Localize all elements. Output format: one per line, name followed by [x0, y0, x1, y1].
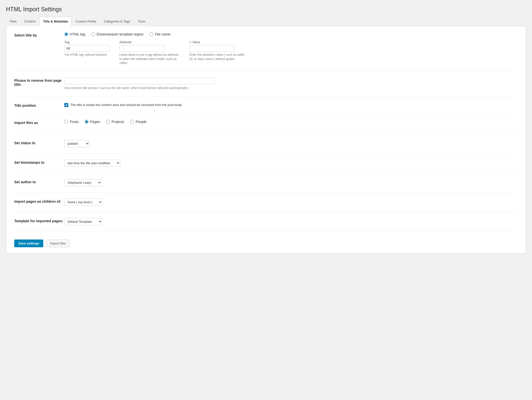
phrase-remove-label: Phrase to remove from page title: [14, 78, 64, 86]
phrase-remove-input[interactable] [64, 78, 214, 84]
tab-files[interactable]: Files [6, 17, 20, 26]
settings-panel: Select title by HTML tag Dreamweaver tem… [6, 26, 526, 254]
radio-projects[interactable]: Projects [106, 120, 124, 124]
tab-custom-fields[interactable]: Custom Fields [72, 17, 100, 26]
template-label: Template for imported pages: [14, 218, 64, 223]
radio-file-name-label: File name [155, 32, 170, 36]
select-title-by-row: Select title by HTML tag Dreamweaver tem… [14, 32, 518, 72]
radio-posts-input[interactable] [64, 120, 68, 124]
phrase-remove-controls: Any common title phrase ( such as the si… [64, 78, 518, 90]
value-input[interactable] [189, 45, 234, 52]
template-row: Template for imported pages: Default Tem… [14, 218, 518, 232]
title-position-checkbox-label: The title is inside the content area and… [70, 102, 182, 108]
set-timestamps-controls: last time the file was modified current … [64, 160, 518, 167]
radio-posts-label: Posts [70, 120, 79, 124]
title-position-label: Title position [14, 102, 64, 108]
radio-dreamweaver[interactable]: Dreamweaver template region [91, 32, 144, 36]
tab-content[interactable]: Content [20, 17, 39, 26]
import-files-as-label: Import files as [14, 120, 64, 125]
template-select[interactable]: Default Template Full Width Sidebar [64, 218, 102, 225]
title-position-controls: The title is inside the content area and… [64, 102, 518, 108]
tab-categories-tags[interactable]: Categories & Tags [100, 17, 134, 26]
set-author-select[interactable]: Stephanie Leary Admin Editor [64, 179, 102, 186]
radio-pages-input[interactable] [85, 120, 89, 124]
tag-field-hint: The HTML tag, without brackets [64, 53, 109, 57]
set-timestamps-row: Set timestamps to last time the file was… [14, 160, 518, 173]
title-position-checkbox-option[interactable]: The title is inside the content area and… [64, 102, 518, 108]
tab-title-metadata[interactable]: Title & Metadata [39, 17, 72, 26]
title-position-row: Title position The title is inside the c… [14, 102, 518, 114]
import-children-controls: None ( top level ) Home About [64, 198, 518, 206]
tag-field-label: Tag [64, 40, 109, 44]
tab-tools[interactable]: Tools [134, 17, 149, 26]
attribute-field-label: Attribute [119, 40, 179, 44]
select-title-by-controls: HTML tag Dreamweaver template region Fil… [64, 32, 518, 65]
radio-projects-input[interactable] [106, 120, 110, 124]
radio-file-name-input[interactable] [149, 32, 153, 36]
radio-html-tag-label: HTML tag [70, 32, 85, 36]
radio-people-input[interactable] [130, 120, 134, 124]
radio-dreamweaver-label: Dreamweaver template region [97, 32, 144, 36]
set-status-controls: publish draft pending private [64, 140, 518, 147]
phrase-remove-hint: Any common title phrase ( such as the si… [64, 86, 188, 90]
value-field-label: = Value [189, 40, 249, 44]
radio-pages-label: Pages [90, 120, 100, 124]
import-children-label: Import pages as children of: [14, 198, 64, 204]
radio-projects-label: Projects [112, 120, 124, 124]
import-radio-group: Posts Pages Projects People [64, 120, 518, 124]
radio-file-name[interactable]: File name [149, 32, 170, 36]
template-controls: Default Template Full Width Sidebar [64, 218, 518, 225]
tag-field-group: Tag The HTML tag, without brackets [64, 40, 109, 65]
set-timestamps-select[interactable]: last time the file was modified current … [64, 160, 120, 167]
title-radio-group: HTML tag Dreamweaver template region Fil… [64, 32, 518, 36]
radio-pages[interactable]: Pages [85, 120, 100, 124]
set-author-row: Set author to Stephanie Leary Admin Edit… [14, 179, 518, 192]
tag-input[interactable] [64, 45, 109, 52]
title-position-checkbox[interactable] [64, 103, 68, 107]
import-files-as-controls: Posts Pages Projects People [64, 120, 518, 128]
attribute-field-group: Attribute Leave blank to use a tag witho… [119, 40, 179, 65]
tabs-bar: Files Content Title & Metadata Custom Fi… [6, 17, 526, 26]
value-field-group: = Value Enter the attribute's value ( su… [189, 40, 249, 65]
import-children-row: Import pages as children of: None ( top … [14, 198, 518, 212]
set-author-label: Set author to [14, 179, 64, 184]
button-row: Save settings Import files [14, 238, 518, 247]
save-settings-button[interactable]: Save settings [14, 240, 43, 247]
phrase-remove-row: Phrase to remove from page title: Any co… [14, 78, 518, 96]
import-files-as-row: Import files as Posts Pages Projects Peo… [14, 120, 518, 134]
set-author-controls: Stephanie Leary Admin Editor [64, 179, 518, 186]
set-status-label: Set status to [14, 140, 64, 145]
radio-html-tag[interactable]: HTML tag [64, 32, 85, 36]
radio-people[interactable]: People [130, 120, 147, 124]
select-title-by-label: Select title by [14, 32, 64, 37]
import-children-select[interactable]: None ( top level ) Home About [64, 198, 103, 206]
tag-fields: Tag The HTML tag, without brackets Attri… [64, 40, 518, 65]
set-status-select[interactable]: publish draft pending private [64, 140, 90, 147]
import-files-button[interactable]: Import files [46, 240, 70, 247]
attribute-field-hint: Leave blank to use a tag without an attr… [119, 53, 179, 65]
radio-people-label: People [136, 120, 147, 124]
attribute-input[interactable] [119, 45, 164, 52]
page-title: HTML Import Settings [6, 6, 526, 13]
set-timestamps-label: Set timestamps to [14, 160, 64, 164]
radio-html-tag-input[interactable] [64, 32, 68, 36]
radio-posts[interactable]: Posts [64, 120, 79, 124]
radio-dreamweaver-input[interactable] [91, 32, 95, 36]
set-status-row: Set status to publish draft pending priv… [14, 140, 518, 154]
value-field-hint: Enter the attribute's value ( such as wi… [189, 53, 249, 61]
